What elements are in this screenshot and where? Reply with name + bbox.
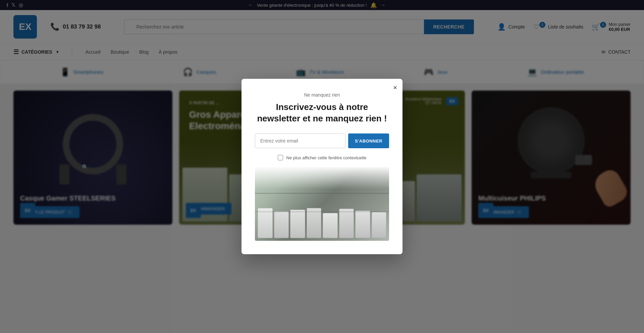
modal-checkbox-area: Ne plus afficher cette fenêtre contextue… (255, 155, 389, 160)
modal-title: Inscrivez-vous à notrenewsletter et ne m… (255, 102, 389, 124)
newsletter-modal: × Ne manquez rien Inscrivez-vous à notre… (241, 79, 402, 255)
modal-overlay[interactable]: × Ne manquez rien Inscrivez-vous à notre… (0, 0, 644, 333)
subscribe-button[interactable]: S'ABONNER (348, 133, 389, 148)
email-input[interactable] (255, 133, 345, 148)
no-show-label: Ne plus afficher cette fenêtre contextue… (286, 155, 367, 160)
modal-subtitle: Ne manquez rien (255, 92, 389, 98)
store-image (255, 167, 389, 241)
modal-close-button[interactable]: × (393, 84, 397, 91)
no-show-checkbox[interactable] (278, 155, 283, 160)
modal-form: S'ABONNER (255, 133, 389, 148)
